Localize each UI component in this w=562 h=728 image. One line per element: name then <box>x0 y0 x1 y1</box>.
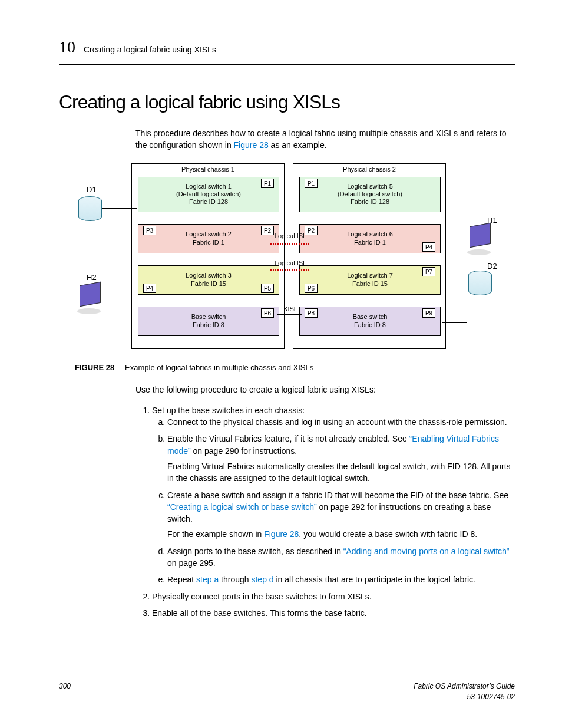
disk-d1 <box>77 196 104 221</box>
running-title: Creating a logical fabric using XISLs <box>84 44 216 55</box>
page-number: 300 <box>59 681 71 702</box>
figure-28: D1 H2 H1 D2 Physical chassis 1 Logical s… <box>75 163 499 374</box>
figure-ref-link[interactable]: Figure 28 <box>234 140 269 150</box>
port-p8: P8 <box>305 308 318 318</box>
step-1e: Repeat step a through step d in all chas… <box>167 574 515 585</box>
header-rule <box>59 64 515 65</box>
chapter-number: 10 <box>59 35 75 60</box>
physical-chassis-2: Physical chassis 2 Logical switch 5 (Def… <box>293 163 446 349</box>
port-p3: P3 <box>143 226 156 235</box>
figure-label: FIGURE 28 <box>75 363 114 372</box>
step-1a: Connect to the physical chassis and log … <box>167 416 515 428</box>
port-p1b: P1 <box>305 179 318 188</box>
procedure-steps: Set up the base switches in each chassis… <box>135 404 515 619</box>
link-create-switch[interactable]: “Creating a logical switch or base switc… <box>167 502 317 512</box>
port-p4b: P4 <box>422 242 435 252</box>
logical-isl-label-2: Logical ISL <box>273 259 308 268</box>
logical-switch-1: Logical switch 1 (Default logical switch… <box>138 177 279 212</box>
port-p9: P9 <box>422 308 435 318</box>
figure-ref-link-2[interactable]: Figure 28 <box>264 529 299 539</box>
port-p5: P5 <box>261 284 274 293</box>
host-h1 <box>467 225 494 255</box>
logical-switch-7: Logical switch 7 Fabric ID 15 P6 P7 <box>299 265 441 295</box>
intro-paragraph: This procedure describes how to create a… <box>135 127 515 151</box>
link-add-ports[interactable]: “Adding and moving ports on a logical sw… <box>343 546 510 556</box>
label-d1: D1 <box>87 185 97 196</box>
link-step-d[interactable]: step d <box>251 575 273 584</box>
figure-caption-text: Example of logical fabrics in multiple c… <box>125 363 313 372</box>
intro-post: as an example. <box>271 140 327 150</box>
port-p6b: P6 <box>305 284 318 293</box>
host-h2 <box>77 284 104 314</box>
guide-title: Fabric OS Administrator’s Guide <box>414 682 515 690</box>
port-p1: P1 <box>261 179 274 188</box>
step-1b-followup: Enabling Virtual Fabrics automatically c… <box>167 460 515 485</box>
step-3: Enable all of the base switches. This fo… <box>152 607 515 619</box>
port-p2: P2 <box>261 226 274 235</box>
procedure-lead-in: Use the following procedure to create a … <box>135 384 515 396</box>
chassis2-label: Physical chassis 2 <box>293 164 445 176</box>
page-footer: 300 Fabric OS Administrator’s Guide 53-1… <box>59 681 515 702</box>
xisl-label: XISL <box>281 305 300 314</box>
xisl-line <box>277 314 302 315</box>
chassis1-label: Physical chassis 1 <box>132 164 284 176</box>
logical-switch-2: Logical switch 2 Fabric ID 1 P3 P2 <box>138 224 279 253</box>
logical-switch-3: Logical switch 3 Fabric ID 15 P4 P5 <box>138 265 279 295</box>
line-d2-bs2 <box>442 322 467 324</box>
line-h1-ls6 <box>442 238 467 239</box>
disk-d2 <box>467 271 494 295</box>
physical-chassis-1: Physical chassis 1 Logical switch 1 (Def… <box>131 163 285 349</box>
logical-isl-label-1: Logical ISL <box>273 232 308 241</box>
step-1: Set up the base switches in each chassis… <box>152 404 515 586</box>
step-1d: Assign ports to the base switch, as desc… <box>167 545 515 569</box>
logical-switch-5: Logical switch 5 (Default logical switch… <box>299 177 441 212</box>
port-p6: P6 <box>261 308 274 318</box>
figure-caption: FIGURE 28 Example of logical fabrics in … <box>75 361 499 374</box>
port-p4: P4 <box>143 284 156 293</box>
logical-isl-line-2 <box>270 269 309 271</box>
doc-number: 53-1002745-02 <box>467 693 515 701</box>
label-h2: H2 <box>87 272 97 284</box>
link-step-a[interactable]: step a <box>196 575 219 584</box>
step-2: Physically connect ports in the base swi… <box>152 591 515 602</box>
step-1b: Enable the Virtual Fabrics feature, if i… <box>167 433 515 484</box>
line-d2-ls7a <box>442 272 467 273</box>
running-header: 10 Creating a logical fabric using XISLs <box>59 35 515 60</box>
logical-switch-6: Logical switch 6 Fabric ID 1 P2 P4 <box>299 224 441 253</box>
logical-isl-line-1 <box>270 243 309 245</box>
port-p7: P7 <box>422 267 435 276</box>
base-switch-2: Base switch Fabric ID 8 P8 P9 <box>299 307 441 336</box>
section-heading: Creating a logical fabric using XISLs <box>59 88 515 116</box>
step-1c: Create a base switch and assign it a fab… <box>167 489 515 541</box>
step-1c-followup: For the example shown in Figure 28, you … <box>167 528 515 540</box>
base-switch-1: Base switch Fabric ID 8 P6 <box>138 307 279 336</box>
